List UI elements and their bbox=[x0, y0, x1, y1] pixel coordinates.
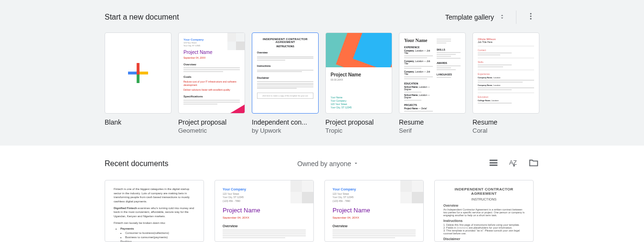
template-blank-thumb bbox=[105, 32, 172, 114]
template-independent-contractor[interactable]: INDEPENDENT CONTRACTOR AGREEMENT INSTRUC… bbox=[252, 32, 319, 134]
template-project-proposal-geometric[interactable]: Your Company 123 Your StreetYour City, S… bbox=[178, 32, 245, 134]
template-title: Resume bbox=[472, 118, 539, 126]
list-view-button[interactable] bbox=[488, 158, 499, 169]
recent-section: Recent documents Owned by anyone AZ bbox=[0, 146, 644, 242]
template-title: Resume bbox=[399, 118, 466, 126]
template-title: Project proposal bbox=[178, 118, 245, 126]
templates-header: Start a new document Template gallery bbox=[105, 9, 539, 26]
svg-point-1 bbox=[530, 16, 532, 17]
unfold-icon bbox=[499, 12, 505, 22]
recent-documents-heading: Recent documents bbox=[105, 159, 168, 168]
template-thumb: Project Name 00.00.20XX Your NameYour Co… bbox=[325, 32, 392, 114]
template-project-proposal-tropic[interactable]: Project Name 00.00.20XX Your NameYour Co… bbox=[325, 32, 392, 134]
open-file-picker-button[interactable] bbox=[528, 158, 539, 169]
template-blank[interactable]: Blank bbox=[105, 32, 172, 134]
recent-grid: Fintech is one of the biggest categories… bbox=[105, 180, 539, 242]
template-subtitle: Tropic bbox=[325, 127, 392, 134]
recent-doc-fintech[interactable]: Fintech is one of the biggest categories… bbox=[105, 180, 204, 242]
template-gallery-label: Template gallery bbox=[445, 13, 494, 21]
dropdown-icon bbox=[353, 160, 359, 168]
template-row: Blank Your Company 123 Your StreetYour C… bbox=[105, 32, 539, 134]
recent-header: Recent documents Owned by anyone AZ bbox=[105, 157, 539, 170]
template-resume-serif[interactable]: Your Name EXPERIENCE Company, Location —… bbox=[399, 32, 466, 134]
folder-icon bbox=[528, 158, 539, 170]
svg-rect-3 bbox=[137, 63, 140, 72]
recent-doc-project-proposal-1[interactable]: Your Company 123 Your StreetYour City, S… bbox=[215, 180, 314, 242]
template-title: Project proposal bbox=[325, 118, 392, 126]
list-view-icon bbox=[488, 158, 499, 170]
template-subtitle: Geometric bbox=[178, 127, 245, 134]
divider bbox=[516, 11, 516, 24]
template-thumb: Olivia Wilson Job Title Here Contact Ski… bbox=[472, 32, 539, 114]
svg-point-0 bbox=[530, 13, 532, 14]
template-thumb: Your Name EXPERIENCE Company, Location —… bbox=[399, 32, 466, 114]
template-thumb: INDEPENDENT CONTRACTOR AGREEMENT INSTRUC… bbox=[252, 32, 319, 114]
recent-doc-contractor-agreement[interactable]: INDEPENDENT CONTRACTOR AGREEMENT INSTRUC… bbox=[434, 180, 534, 242]
template-subtitle: Coral bbox=[472, 127, 539, 134]
ownership-filter-label: Owned by anyone bbox=[297, 160, 351, 168]
template-subtitle: by Upwork bbox=[252, 127, 319, 134]
sort-az-icon: AZ bbox=[508, 158, 519, 170]
template-resume-coral[interactable]: Olivia Wilson Job Title Here Contact Ski… bbox=[472, 32, 539, 134]
template-thumb: Your Company 123 Your StreetYour City, S… bbox=[178, 32, 245, 114]
sort-button[interactable]: AZ bbox=[508, 158, 519, 169]
plus-icon bbox=[127, 62, 149, 84]
more-options-button[interactable] bbox=[522, 9, 539, 26]
more-vert-icon bbox=[526, 12, 535, 22]
recent-doc-project-proposal-2[interactable]: Your Company 123 Your StreetYour City, S… bbox=[324, 180, 424, 242]
start-new-doc-heading: Start a new document bbox=[105, 13, 179, 21]
template-subtitle: Serif bbox=[399, 127, 466, 134]
svg-rect-4 bbox=[137, 74, 140, 83]
template-title: Blank bbox=[105, 118, 172, 126]
svg-rect-7 bbox=[137, 72, 140, 74]
svg-rect-6 bbox=[140, 72, 148, 74]
template-gallery-button[interactable]: Template gallery bbox=[440, 10, 510, 25]
ownership-filter-dropdown[interactable]: Owned by anyone bbox=[293, 157, 363, 170]
svg-point-2 bbox=[530, 18, 532, 20]
templates-section: Start a new document Template gallery bbox=[0, 0, 644, 146]
svg-rect-5 bbox=[128, 72, 137, 74]
template-title: Independent con... bbox=[252, 118, 319, 126]
